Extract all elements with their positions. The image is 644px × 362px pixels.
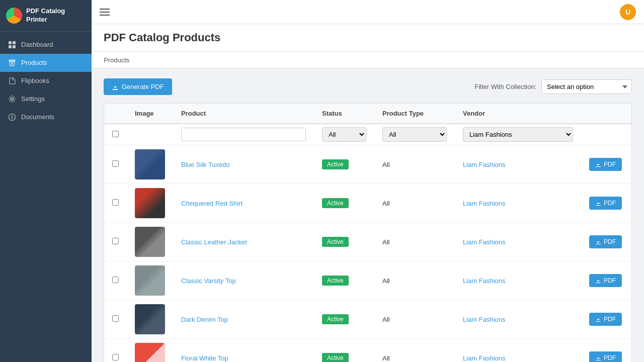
product-type-cell: All [374,300,455,339]
pdf-button[interactable]: PDF [589,274,622,287]
table-row: Dark Denim Top Active All Liam Fashions … [104,300,631,339]
sidebar-item-documents[interactable]: Documents [0,108,92,126]
vendor-link[interactable]: Liam Fashions [463,200,506,207]
vendor-link[interactable]: Liam Fashions [463,161,506,168]
product-name-link[interactable]: Dark Denim Top [181,316,228,323]
pdf-download-icon [595,161,601,167]
status-badge: Active [322,237,349,247]
sidebar-item-flipbooks-label: Flipbooks [21,77,49,84]
vendor-filter-select[interactable]: Liam Fashions [463,127,573,142]
select-all-checkbox[interactable] [112,131,119,137]
pdf-download-icon [595,316,601,322]
vendor-link[interactable]: Liam Fashions [463,354,506,362]
product-image [135,265,165,296]
sidebar-item-settings[interactable]: Settings [0,90,92,108]
product-image [135,188,165,218]
filter-section: Filter With Collection: Select an option… [474,79,632,94]
vendor-column-header: Vendor [455,104,581,124]
table-row: Classic Varsity Top Active All Liam Fash… [104,261,631,300]
svg-rect-4 [10,61,15,62]
toolbar: Generate PDF Filter With Collection: Sel… [104,78,632,95]
sidebar-item-products-label: Products [21,59,47,66]
pdf-button[interactable]: PDF [589,351,622,362]
svg-point-5 [11,98,14,100]
pdf-download-icon [595,200,601,206]
status-column-header: Status [314,104,374,124]
products-icon [8,59,16,67]
row-checkbox[interactable] [112,354,119,360]
product-name-link[interactable]: Classic Varsity Top [181,277,236,285]
type-column-header: Product Type [374,104,455,124]
select-all-header [104,104,127,124]
vendor-link[interactable]: Liam Fashions [463,316,506,323]
row-checkbox[interactable] [112,199,119,206]
sidebar-item-dashboard[interactable]: Dashboard [0,36,92,54]
status-badge: Active [322,276,349,286]
pdf-button[interactable]: PDF [589,235,622,248]
product-type-cell: All [374,339,455,363]
action-column-header [581,104,631,124]
vendor-link[interactable]: Liam Fashions [463,238,506,246]
row-checkbox[interactable] [112,277,119,283]
product-name-link[interactable]: Blue Silk Tuxedo [181,161,230,168]
product-type-cell: All [374,184,455,223]
type-filter-select[interactable]: All [382,127,447,142]
sidebar-item-settings-label: Settings [21,95,45,103]
pdf-button[interactable]: PDF [589,197,622,210]
collection-filter-select[interactable]: Select an option Liam Fashions [541,79,632,94]
generate-pdf-button[interactable]: Generate PDF [104,78,172,95]
product-type-cell: All [374,261,455,300]
product-filter-input[interactable] [181,128,306,141]
image-column-header: Image [127,104,173,124]
page-title: PDF Catalog Products [104,31,632,44]
table-header-row: Image Product Status Product Type Vendor [104,104,631,124]
table-row: Classic Leather Jacket Active All Liam F… [104,223,631,261]
page-header: PDF Catalog Products [92,24,644,52]
product-image [135,227,165,257]
breadcrumb-bar: Products [92,52,644,68]
sidebar-nav: Dashboard Products Flipbooks [0,32,92,362]
pdf-download-icon [595,355,601,361]
settings-icon [8,95,16,103]
sidebar-item-flipbooks[interactable]: Flipbooks [0,72,92,90]
status-badge: Active [322,314,349,324]
sidebar: PDF Catalog Printer Dashboard Products [0,0,92,362]
row-checkbox[interactable] [112,315,119,322]
table-row: Floral White Top Active All Liam Fashion… [104,339,631,363]
table-row: Blue Silk Tuxedo Active All Liam Fashion… [104,145,631,184]
svg-rect-3 [13,45,16,48]
products-table: Image Product Status Product Type Vendor [104,104,631,362]
status-badge: Active [322,198,349,208]
dashboard-icon [8,41,16,49]
documents-icon [8,113,16,121]
product-name-link[interactable]: Floral White Top [181,354,228,362]
main-area: U PDF Catalog Products Products Generate… [92,0,644,362]
row-checkbox[interactable] [112,238,119,244]
pdf-button[interactable]: PDF [589,158,622,171]
filter-row: All All Liam Fashions [104,124,631,145]
menu-toggle-button[interactable] [100,9,110,16]
breadcrumb: Products [104,56,129,64]
download-icon [112,83,119,90]
svg-rect-1 [13,41,16,44]
vendor-link[interactable]: Liam Fashions [463,277,506,285]
user-avatar[interactable]: U [620,4,636,20]
table-row: Chequered Red Shirt Active All Liam Fash… [104,184,631,223]
app-logo-icon [6,8,22,24]
svg-rect-0 [9,41,12,44]
row-checkbox[interactable] [112,160,119,167]
product-type-cell: All [374,223,455,261]
product-image [135,343,165,362]
product-name-link[interactable]: Classic Leather Jacket [181,238,247,246]
pdf-download-icon [595,239,601,245]
sidebar-item-dashboard-label: Dashboard [21,41,53,48]
status-filter-select[interactable]: All [322,127,366,142]
product-image [135,149,165,179]
app-name: PDF Catalog Printer [26,7,86,24]
sidebar-item-documents-label: Documents [21,113,54,121]
sidebar-item-products[interactable]: Products [0,54,92,72]
pdf-button[interactable]: PDF [589,313,622,326]
flipbooks-icon [8,77,16,85]
product-name-link[interactable]: Chequered Red Shirt [181,200,243,207]
products-table-wrapper: Image Product Status Product Type Vendor [104,103,632,362]
